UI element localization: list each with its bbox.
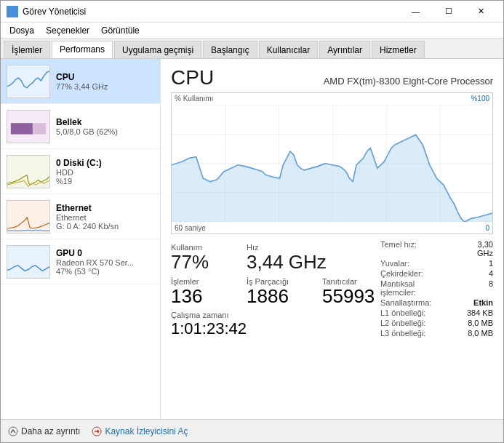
svg-marker-22 [172, 135, 492, 222]
svg-point-23 [9, 427, 17, 436]
menu-secenekler[interactable]: Seçenekler [40, 24, 95, 37]
ethernet-name: Ethernet [56, 203, 154, 213]
usage-value: 77% [171, 252, 229, 273]
sidebar-item-cpu[interactable]: CPU 77% 3,44 GHz [1, 59, 160, 104]
open-monitor-button[interactable]: Kaynak İzleyicisini Aç [92, 426, 188, 436]
gpu-val: 47% (53 °C) [56, 267, 154, 276]
disk-sub1: HDD [56, 168, 154, 177]
less-detail-label: Daha az ayrıntı [21, 426, 80, 436]
disk-name: 0 Diski (C:) [56, 158, 154, 168]
menu-goruntule[interactable]: Görüntüle [95, 24, 145, 37]
sidebar-item-gpu[interactable]: GPU 0 Radeon RX 570 Ser... 47% (53 °C) [1, 239, 160, 284]
gpu-thumbnail [7, 245, 50, 279]
right-stat-val-5: 384 KB [460, 308, 493, 317]
processes-value: 136 [171, 286, 229, 307]
chart-y-max: %100 [471, 95, 489, 103]
main-title: CPU [171, 66, 214, 89]
gpu-name: GPU 0 [56, 248, 154, 258]
disk-val: %19 [56, 177, 154, 185]
window-controls: — ☐ ✕ [399, 1, 497, 23]
threads-value: 1886 [247, 286, 305, 307]
right-stat-label-4: Sanallaştırma: [380, 298, 445, 307]
cpu-thumbnail [7, 65, 50, 98]
svg-rect-10 [7, 201, 49, 233]
uptime-stat: Çalışma zamanı 1:01:23:42 [171, 311, 380, 338]
sidebar: CPU 77% 3,44 GHz Bellek 5,0/8,0 GB (62%) [1, 59, 161, 419]
svg-rect-8 [11, 123, 33, 134]
sidebar-item-memory[interactable]: Bellek 5,0/8,0 GB (62%) [1, 104, 160, 149]
speed-value: 3,44 GHz [247, 252, 327, 273]
svg-rect-2 [13, 9, 15, 11]
memory-name: Bellek [56, 117, 154, 127]
cpu-value: 77% 3,44 GHz [56, 82, 154, 91]
main-subtitle: AMD FX(tm)-8300 Eight-Core Processor [324, 76, 493, 87]
right-stat-val-1: 1 [460, 259, 493, 268]
right-stat-label-6: L2 önbelleği: [380, 319, 445, 327]
tab-bar: İşlemler Performans Uygulama geçmişi Baş… [1, 39, 503, 59]
svg-rect-3 [9, 12, 12, 15]
processes-label: İşlemler [171, 277, 229, 286]
maximize-button[interactable]: ☐ [432, 1, 465, 23]
main-header: CPU AMD FX(tm)-8300 Eight-Core Processor [171, 66, 493, 89]
menu-dosya[interactable]: Dosya [4, 24, 40, 37]
less-detail-button[interactable]: Daha az ayrıntı [8, 426, 80, 436]
svg-rect-4 [12, 12, 15, 15]
threads-label: İş Parçacığı [247, 277, 305, 286]
handles-stat: Tanıtıcılar 55993 [322, 277, 380, 307]
right-stat-label-2: Çekirdekler: [380, 269, 445, 278]
chart-x-val: 0 [485, 224, 489, 232]
stats-row-2: İşlemler 136 İş Parçacığı 1886 Tanıtıcıl… [171, 277, 380, 307]
tab-ayrintilar[interactable]: Ayrıntılar [319, 41, 370, 58]
usage-stat: Kullanım 77% [171, 243, 229, 273]
menu-bar: Dosya Seçenekler Görüntüle [1, 23, 503, 39]
threads-stat: İş Parçacığı 1886 [247, 277, 305, 307]
tab-hizmetler[interactable]: Hizmetler [372, 41, 425, 58]
processes-stat: İşlemler 136 [171, 277, 229, 307]
cpu-chart: % Kullanımı %100 60 saniye 0 [171, 92, 493, 234]
right-stat-val-6: 8,0 MB [460, 319, 493, 327]
uptime-value: 1:01:23:42 [171, 319, 380, 338]
title-bar: Görev Yöneticisi — ☐ ✕ [1, 1, 503, 23]
window-icon [7, 6, 18, 17]
chart-y-label: % Kullanımı [175, 95, 213, 103]
window-title: Görev Yöneticisi [23, 7, 399, 17]
memory-value: 5,0/8,0 GB (62%) [56, 127, 154, 136]
minimize-button[interactable]: — [399, 1, 432, 23]
handles-value: 55993 [322, 286, 380, 307]
right-stat-label-5: L1 önbelleği: [380, 308, 445, 317]
svg-rect-1 [9, 9, 12, 12]
right-stat-label-1: Yuvalar: [380, 259, 445, 268]
svg-rect-11 [7, 246, 49, 278]
chart-x-label: 60 saniye [175, 224, 206, 232]
disk-thumbnail [7, 155, 50, 188]
right-stat-val-3: 8 [460, 279, 493, 297]
cpu-info: CPU 77% 3,44 GHz [56, 72, 154, 91]
monitor-icon [92, 426, 102, 436]
sidebar-item-disk[interactable]: 0 Diski (C:) HDD %19 [1, 149, 160, 194]
ethernet-info: Ethernet Ethernet G: 0 A: 240 Kb/sn [56, 203, 154, 231]
tab-islemler[interactable]: İşlemler [4, 41, 50, 58]
disk-info: 0 Diski (C:) HDD %19 [56, 158, 154, 185]
tab-performans[interactable]: Performans [52, 41, 113, 58]
ethernet-val: G: 0 A: 240 Kb/sn [56, 222, 154, 231]
bottom-bar: Daha az ayrıntı Kaynak İzleyicisini Aç [1, 419, 503, 442]
right-stat-label-0: Temel hız: [380, 240, 445, 258]
close-button[interactable]: ✕ [465, 1, 497, 23]
tab-kullanicilar[interactable]: Kullanıcılar [259, 41, 318, 58]
content-area: CPU 77% 3,44 GHz Bellek 5,0/8,0 GB (62%) [1, 59, 503, 419]
stats-row-1: Kullanım 77% Hız 3,44 GHz [171, 243, 380, 273]
right-stat-val-0: 3,30 GHz [460, 240, 493, 258]
main-panel: CPU AMD FX(tm)-8300 Eight-Core Processor… [161, 59, 503, 419]
tab-uygulama[interactable]: Uygulama geçmişi [114, 41, 201, 58]
ethernet-sub1: Ethernet [56, 213, 154, 222]
open-monitor-label: Kaynak İzleyicisini Aç [105, 426, 188, 436]
right-stat-val-7: 8,0 MB [460, 329, 493, 338]
sidebar-item-ethernet[interactable]: Ethernet Ethernet G: 0 A: 240 Kb/sn [1, 194, 160, 239]
memory-thumbnail [7, 110, 50, 143]
cpu-name: CPU [56, 72, 154, 82]
gpu-sub1: Radeon RX 570 Ser... [56, 258, 154, 267]
tab-baslangic[interactable]: Başlangıç [203, 41, 257, 58]
ethernet-thumbnail [7, 200, 50, 234]
main-window: Görev Yöneticisi — ☐ ✕ Dosya Seçenekler … [0, 0, 504, 443]
right-stat-val-2: 4 [460, 269, 493, 278]
